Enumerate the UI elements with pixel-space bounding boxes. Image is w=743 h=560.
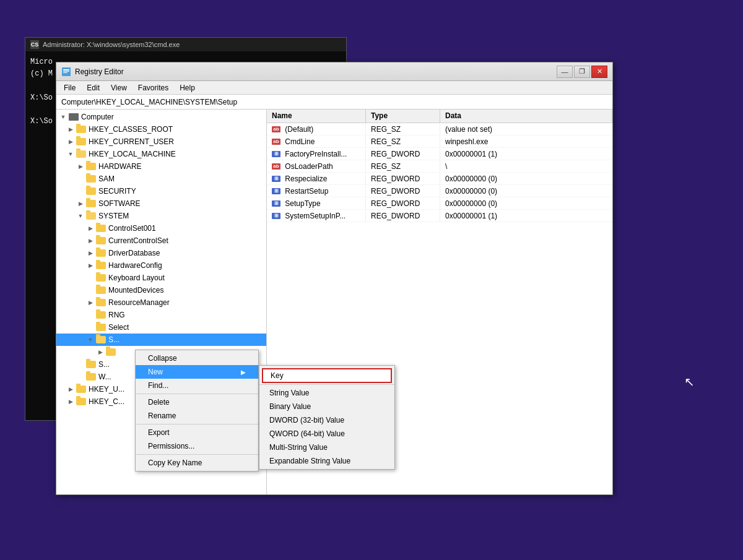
menu-help[interactable]: Help <box>175 82 200 93</box>
ctx-permissions[interactable]: Permissions... <box>136 439 258 453</box>
col-data-header: Data <box>440 110 612 123</box>
tree-hklm[interactable]: ▼ HKEY_LOCAL_MACHINE <box>56 148 266 160</box>
close-button[interactable]: ✕ <box>591 66 607 78</box>
folder-hwconfig <box>96 262 106 269</box>
expand-software[interactable]: ▶ <box>76 199 85 208</box>
value-type-setuptype: REG_DWORD <box>366 198 440 209</box>
expand-driverdb[interactable]: ▶ <box>86 249 95 257</box>
value-name-default: ab (Default) <box>267 124 366 135</box>
tree-select-label: Select <box>108 323 129 332</box>
tree-mounted[interactable]: ▶ MountedDevices <box>56 284 266 296</box>
svg-rect-2 <box>63 71 69 72</box>
tree-computer[interactable]: ▼ Computer <box>56 111 266 123</box>
context-menu: Collapse New ▶ Find... Delete Rename Exp… <box>135 350 259 472</box>
minimize-button[interactable]: — <box>557 66 573 78</box>
submenu-multistring[interactable]: Multi-String Value <box>259 441 394 454</box>
tree-hklm-label: HKEY_LOCAL_MACHINE <box>89 150 176 158</box>
tree-software[interactable]: ▶ SOFTWARE <box>56 197 266 210</box>
value-data-syssetup: 0x00000001 (1) <box>440 210 612 222</box>
folder-setup <box>96 336 106 343</box>
value-row-cmdline[interactable]: ab CmdLine REG_SZ winpeshl.exe <box>267 136 612 148</box>
tree-hkcu[interactable]: ▶ HKEY_CURRENT_USER <box>56 136 266 148</box>
tree-driverdb-label: DriverDatabase <box>108 249 160 257</box>
address-text: Computer\HKEY_LOCAL_MACHINE\SYSTEM\Setup <box>61 98 237 106</box>
ctx-copy-key[interactable]: Copy Key Name <box>136 456 258 470</box>
menu-view[interactable]: View <box>106 82 132 93</box>
tree-rng[interactable]: ▶ RNG <box>56 309 266 321</box>
tree-cs001[interactable]: ▶ ControlSet001 <box>56 222 266 235</box>
cmd-icon: CS <box>30 40 39 49</box>
ctx-new[interactable]: New ▶ <box>136 365 258 379</box>
ctx-rename[interactable]: Rename <box>136 409 258 423</box>
tree-select[interactable]: ▶ Select <box>56 321 266 334</box>
expand-hwconfig[interactable]: ▶ <box>86 261 95 270</box>
expand-cs001[interactable]: ▶ <box>86 224 95 233</box>
expand-hkcr[interactable]: ▶ <box>66 125 75 134</box>
titlebar-buttons: — ❐ ✕ <box>557 66 607 78</box>
expand-ccs[interactable]: ▶ <box>86 236 95 245</box>
menu-edit[interactable]: Edit <box>82 82 105 93</box>
expand-computer[interactable]: ▼ <box>59 113 67 121</box>
ctx-find[interactable]: Find... <box>136 379 258 392</box>
tree-security[interactable]: ▶ SECURITY <box>56 185 266 197</box>
value-type-respec: REG_DWORD <box>366 173 440 184</box>
folder-rng <box>96 311 106 319</box>
tree-hardware[interactable]: ▶ HARDWARE <box>56 160 266 173</box>
restore-button[interactable]: ❐ <box>574 66 590 78</box>
value-row-default[interactable]: ab (Default) REG_SZ (value not set) <box>267 123 612 136</box>
value-type-restart: REG_DWORD <box>366 186 440 197</box>
expand-hklm[interactable]: ▼ <box>66 150 75 158</box>
computer-icon <box>69 113 79 121</box>
value-type-default: REG_SZ <box>366 124 440 135</box>
ctx-collapse[interactable]: Collapse <box>136 351 258 365</box>
value-name-syssetup: ⊞ SystemSetupInP... <box>267 210 366 222</box>
tree-kblayout-label: Keyboard Layout <box>108 274 165 282</box>
value-type-cmdline: REG_SZ <box>366 136 440 147</box>
submenu-expandable[interactable]: Expandable String Value <box>259 454 394 468</box>
expand-setup[interactable]: ▼ <box>86 335 95 344</box>
tree-w-label: W... <box>98 373 111 381</box>
value-row-syssetup[interactable]: ⊞ SystemSetupInP... REG_DWORD 0x00000001… <box>267 210 612 222</box>
ctx-sep2 <box>136 424 258 424</box>
tree-hkcr[interactable]: ▶ HKEY_CLASSES_ROOT <box>56 123 266 136</box>
menu-favorites[interactable]: Favorites <box>133 82 173 93</box>
ctx-export[interactable]: Export <box>136 426 258 439</box>
expand-hkcc[interactable]: ▶ <box>66 397 75 406</box>
value-name-setuptype: ⊞ SetupType <box>267 198 366 209</box>
submenu-string[interactable]: String Value <box>259 386 394 400</box>
value-row-restart[interactable]: ⊞ RestartSetup REG_DWORD 0x00000000 (0) <box>267 185 612 197</box>
submenu-dword[interactable]: DWORD (32-bit) Value <box>259 413 394 427</box>
menu-file[interactable]: File <box>59 82 80 93</box>
tree-driverdb[interactable]: ▶ DriverDatabase <box>56 247 266 259</box>
tree-sam[interactable]: ▶ SAM <box>56 173 266 185</box>
tree-kblayout[interactable]: ▶ Keyboard Layout <box>56 272 266 284</box>
tree-ccs[interactable]: ▶ CurrentControlSet <box>56 235 266 247</box>
reg-icon-dword5: ⊞ <box>272 213 280 219</box>
value-row-respec[interactable]: ⊞ Respecialize REG_DWORD 0x00000000 (0) <box>267 173 612 185</box>
folder-hku <box>76 386 86 393</box>
tree-hwconfig[interactable]: ▶ HardwareConfig <box>56 259 266 272</box>
ctx-sep3 <box>136 454 258 455</box>
value-row-factory[interactable]: ⊞ FactoryPreInstall... REG_DWORD 0x00000… <box>267 148 612 160</box>
submenu-qword[interactable]: QWORD (64-bit) Value <box>259 427 394 441</box>
folder-system <box>86 212 96 220</box>
submenu-binary[interactable]: Binary Value <box>259 400 394 413</box>
expand-system[interactable]: ▼ <box>76 212 85 220</box>
submenu-key[interactable]: Key <box>262 368 392 383</box>
cmd-title: Administrator: X:\windows\system32\cmd.e… <box>43 41 180 48</box>
tree-system[interactable]: ▼ SYSTEM <box>56 210 266 222</box>
tree-setup[interactable]: ▼ S... <box>56 334 266 346</box>
reg-icon-ab: ab <box>272 126 280 132</box>
expand-resourcemgr[interactable]: ▶ <box>86 298 95 307</box>
expand-hkcu[interactable]: ▶ <box>66 137 75 146</box>
expand-setup-sub1[interactable]: ▶ <box>96 348 105 356</box>
regedit-app-icon <box>61 67 71 77</box>
ctx-delete[interactable]: Delete <box>136 395 258 409</box>
value-row-setuptype[interactable]: ⊞ SetupType REG_DWORD 0x00000000 (0) <box>267 197 612 210</box>
tree-sam-label: SAM <box>98 174 115 183</box>
submenu-sep <box>259 384 394 385</box>
expand-hardware[interactable]: ▶ <box>76 162 85 171</box>
value-row-osloader[interactable]: ab OsLoaderPath REG_SZ \ <box>267 160 612 173</box>
expand-hku[interactable]: ▶ <box>66 385 75 394</box>
tree-resourcemgr[interactable]: ▶ ResourceManager <box>56 296 266 309</box>
